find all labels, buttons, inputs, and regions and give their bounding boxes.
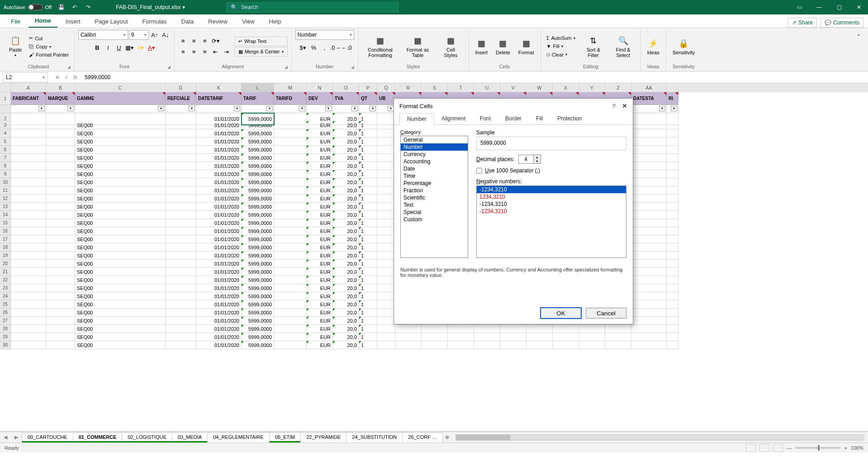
cell[interactable]: 1 (359, 333, 377, 341)
sheet-tab[interactable]: 04_REGLEMENTAIRE (207, 433, 270, 442)
tab-help[interactable]: Help (263, 15, 288, 28)
cell[interactable] (631, 227, 667, 235)
cell[interactable] (377, 268, 395, 276)
cell[interactable]: 20,0 (333, 219, 359, 227)
cell[interactable] (631, 211, 667, 219)
cell[interactable] (377, 309, 395, 317)
cell[interactable]: 20,0 (333, 243, 359, 252)
dec-decimal-icon[interactable]: ←.0 (342, 43, 351, 52)
col-header[interactable]: O (333, 83, 359, 92)
cell[interactable]: EUR (307, 138, 333, 146)
cell[interactable] (377, 162, 395, 170)
col-header[interactable]: R (395, 83, 422, 92)
launcher-icon[interactable]: ◢ (351, 65, 354, 69)
cell[interactable] (11, 170, 46, 178)
cell[interactable]: EUR (307, 252, 333, 260)
cell[interactable]: 5999,0000 (242, 300, 274, 309)
fill-color-button[interactable]: ◊▾ (136, 43, 146, 52)
negative-format-item[interactable]: -1234,3210 (477, 208, 626, 215)
row-header[interactable]: 25 (0, 300, 11, 309)
close-icon[interactable]: ✕ (854, 4, 864, 10)
cell[interactable] (274, 243, 307, 252)
cell[interactable]: 01/01/2020 (196, 129, 242, 138)
cell[interactable] (667, 276, 678, 284)
bold-button[interactable]: B (92, 43, 102, 52)
cell[interactable] (474, 341, 500, 349)
col-header[interactable]: Y (579, 83, 605, 92)
cell[interactable] (377, 203, 395, 211)
filter-dropdown-icon[interactable]: ▾ (671, 106, 677, 111)
cell[interactable]: 01/01/2020 (196, 186, 242, 195)
cell[interactable] (631, 121, 667, 129)
dialog-tab[interactable]: Fill (529, 113, 550, 124)
cell[interactable]: EUR (307, 146, 333, 154)
cell[interactable]: 1 (359, 252, 377, 260)
view-layout-icon[interactable] (759, 444, 769, 452)
category-item[interactable]: Percentage (401, 180, 468, 187)
cell[interactable] (667, 317, 678, 325)
cell[interactable] (448, 341, 474, 349)
cell[interactable] (667, 227, 678, 235)
cell[interactable] (46, 146, 75, 154)
font-color-button[interactable]: A▾ (147, 43, 157, 52)
row-header[interactable]: 7 (0, 154, 11, 162)
cell[interactable]: EUR (307, 284, 333, 292)
cell[interactable] (11, 292, 46, 300)
cell[interactable] (377, 235, 395, 243)
cell[interactable] (274, 235, 307, 243)
dialog-tab[interactable]: Number (399, 113, 434, 125)
cell[interactable] (11, 227, 46, 235)
row-header[interactable]: 22 (0, 276, 11, 284)
cell[interactable] (377, 186, 395, 195)
cell[interactable] (377, 243, 395, 252)
cell[interactable]: SEQ00 (75, 195, 166, 203)
cell[interactable]: 1 (359, 154, 377, 162)
cell[interactable]: 20,0 (333, 154, 359, 162)
cell[interactable] (667, 203, 678, 211)
dialog-tab[interactable]: Border (498, 113, 529, 124)
cell[interactable]: 20,0 (333, 341, 359, 349)
table-header-cell[interactable]: UB (377, 92, 395, 105)
cell[interactable]: 1 (359, 300, 377, 309)
cell[interactable] (667, 211, 678, 219)
cell[interactable]: 01/01/2020 (196, 341, 242, 349)
cell[interactable]: 20,0 (333, 235, 359, 243)
cell[interactable] (631, 146, 667, 154)
cell[interactable]: SEQ00 (75, 146, 166, 154)
zoom-slider[interactable] (795, 447, 840, 449)
cell[interactable]: EUR (307, 292, 333, 300)
row-header[interactable]: 26 (0, 309, 11, 317)
cell[interactable]: 1 (359, 317, 377, 325)
sheet-tab[interactable]: 26_CORF … (402, 433, 443, 442)
cell[interactable] (377, 121, 395, 129)
cell[interactable] (46, 195, 75, 203)
cell[interactable] (631, 138, 667, 146)
cell[interactable]: EUR (307, 276, 333, 284)
cell[interactable]: 5999,0000 (242, 146, 274, 154)
cell[interactable] (631, 129, 667, 138)
cell[interactable]: 1 (359, 170, 377, 178)
cell[interactable] (667, 333, 678, 341)
cell[interactable]: SEQ00 (75, 186, 166, 195)
cell[interactable] (274, 325, 307, 333)
cell[interactable] (274, 138, 307, 146)
cell[interactable] (166, 162, 196, 170)
cell[interactable]: EUR (307, 268, 333, 276)
cell[interactable] (631, 243, 667, 252)
cell[interactable] (166, 235, 196, 243)
cell[interactable] (667, 268, 678, 276)
cell[interactable] (166, 317, 196, 325)
cell[interactable] (274, 219, 307, 227)
cell[interactable]: 1 (359, 129, 377, 138)
cell[interactable]: EUR (307, 186, 333, 195)
cell[interactable]: 20,0 (333, 284, 359, 292)
cell[interactable] (631, 235, 667, 243)
cell[interactable] (553, 333, 579, 341)
format-painter-button[interactable]: 🖌Format Painter (27, 51, 71, 58)
filter-dropdown-icon[interactable]: ▾ (299, 106, 305, 111)
ideas-button[interactable]: ⚡Ideas (645, 37, 662, 56)
cell[interactable] (11, 268, 46, 276)
sheet-tab[interactable]: 22_PYRAMIDE (300, 433, 346, 442)
cell[interactable] (11, 162, 46, 170)
cell[interactable] (667, 309, 678, 317)
